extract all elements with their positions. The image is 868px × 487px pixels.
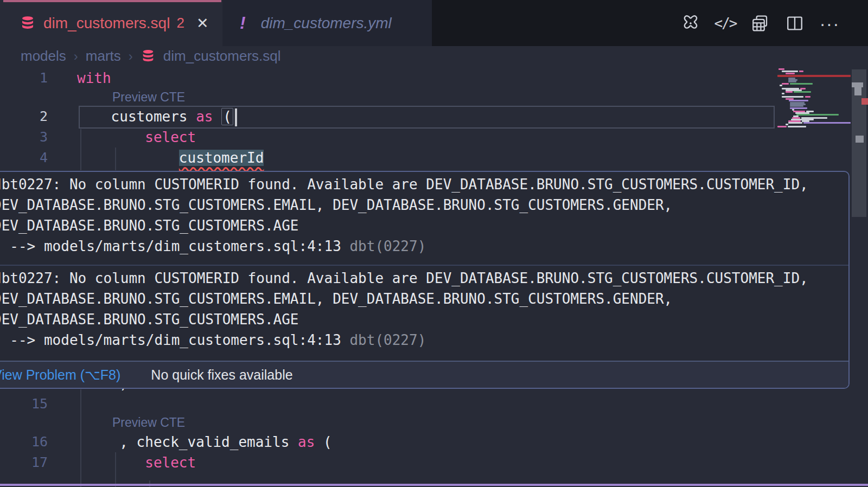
database-icon: [20, 15, 36, 31]
error-message-line: dbt0227: No column CUSTOMERID found. Ava…: [0, 174, 844, 195]
code-token: customerId: [179, 150, 264, 166]
diagnostic-code: dbt(0227): [349, 238, 426, 254]
minimap-error-line: [777, 75, 851, 77]
compile-code-icon[interactable]: </>: [715, 13, 736, 34]
overview-ruler-mark: [856, 136, 864, 143]
tab-dim-customers-sql[interactable]: dim_customers.sql 2 ✕: [0, 0, 222, 46]
minimap-code-bar: [788, 81, 796, 82]
code-token: [77, 454, 145, 471]
line-number[interactable]: 15: [0, 394, 48, 414]
error-messages: dbt0227: No column CUSTOMERID found. Ava…: [0, 172, 848, 358]
minimap-code-bar: [780, 85, 782, 86]
quick-fix-hint: No quick fixes available: [151, 367, 292, 383]
overview-ruler-mark: [852, 82, 863, 87]
close-icon[interactable]: ✕: [196, 15, 209, 32]
minimap-code-bar: [788, 122, 802, 124]
tab-problem-badge: 2: [176, 15, 184, 31]
more-actions-icon[interactable]: ···: [819, 13, 840, 34]
code-token: with: [77, 70, 111, 86]
minimap-code-bar: [790, 105, 803, 107]
code-line[interactable]: select: [77, 452, 196, 473]
text-cursor: [235, 108, 237, 126]
line-number[interactable]: 2: [0, 106, 48, 127]
error-marker-icon: !: [240, 13, 246, 33]
overview-ruler-error-mark: [861, 98, 868, 105]
error-hover-popup: dbt0227: No column CUSTOMERID found. Ava…: [0, 171, 850, 389]
tab-bar: dim_customers.sql 2 ✕ ! dim_customers.ym…: [0, 0, 868, 46]
popup-footer: View Problem (⌥F8) No quick fixes availa…: [0, 361, 848, 388]
editor-actions: </> ···: [680, 0, 840, 46]
line-number[interactable]: 16: [0, 432, 48, 452]
chevron-right-icon: ›: [129, 49, 133, 64]
error-message-line: dbt0227: No column CUSTOMERID found. Ava…: [0, 268, 844, 289]
tab-label: dim_customers.sql: [43, 15, 170, 32]
tab-label: dim_customers.yml: [261, 15, 392, 32]
line-number[interactable]: 3: [0, 127, 48, 148]
diagnostic-code: dbt(0227): [349, 332, 426, 348]
minimap-code-bar: [790, 83, 813, 85]
breadcrumb: models › marts › dim_customers.sql: [21, 46, 281, 66]
code-token: [77, 129, 145, 145]
code-token: as: [298, 434, 315, 450]
error-location-line: --> models/marts/dim_customers.sql:4:13 …: [0, 330, 844, 350]
minimap-code-bar: [778, 68, 784, 70]
error-message-line: DEV_DATABASE.BRUNO.STG_CUSTOMERS.AGE: [0, 309, 844, 330]
indent-guide: [80, 129, 81, 170]
minimap-code-bar: [786, 91, 793, 93]
line-number[interactable]: 1: [0, 68, 48, 88]
database-icon: [141, 49, 156, 64]
code-line[interactable]: customerId: [77, 148, 264, 168]
code-token: [77, 150, 179, 166]
codelens-preview-cte[interactable]: Preview CTE: [112, 88, 185, 106]
minimap-code-bar: [803, 122, 851, 124]
error-message-block: dbt0227: No column CUSTOMERID found. Ava…: [0, 172, 848, 265]
minimap-code-bar: [782, 93, 784, 94]
code-line[interactable]: , check_valid_emails as (: [77, 432, 332, 452]
error-message-block: dbt0227: No column CUSTOMERID found. Ava…: [0, 266, 848, 358]
minimap-code-bar: [788, 126, 806, 127]
minimap-code-bar: [805, 96, 810, 98]
minimap-code-bar: [789, 100, 808, 101]
code-line[interactable]: customers as (: [77, 106, 237, 127]
split-editor-icon[interactable]: [784, 13, 805, 34]
code-line[interactable]: select: [77, 127, 196, 148]
indent-guide: [115, 452, 116, 487]
minimap-code-bar: [777, 126, 787, 127]
minimap-code-bar: [786, 73, 795, 74]
minimap-code-bar: [782, 96, 803, 98]
code-line[interactable]: with: [77, 68, 111, 88]
indent-guide: [115, 148, 116, 170]
error-message-line: DEV_DATABASE.BRUNO.STG_CUSTOMERS.AGE: [0, 215, 844, 236]
code-token: as: [196, 108, 213, 125]
chevron-right-icon: ›: [74, 49, 78, 64]
view-problem-link[interactable]: View Problem (⌥F8): [0, 367, 120, 383]
error-message-line: DEV_DATABASE.BRUNO.STG_CUSTOMERS.EMAIL, …: [0, 195, 844, 215]
code-token: [213, 108, 221, 125]
breadcrumb-file[interactable]: dim_customers.sql: [163, 48, 281, 65]
code-token: customers: [77, 108, 196, 125]
panel-border: [0, 484, 868, 486]
tab-dim-customers-yml[interactable]: ! dim_customers.yml: [222, 0, 432, 46]
error-message-line: DEV_DATABASE.BRUNO.STG_CUSTOMERS.EMAIL, …: [0, 289, 844, 309]
minimap-code-bar: [786, 124, 788, 125]
code-token: select: [145, 454, 196, 471]
code-token: (: [315, 434, 331, 450]
code-token: select: [145, 129, 196, 145]
line-number[interactable]: 4: [0, 148, 48, 168]
minimap-code-bar: [799, 71, 803, 72]
minimap-code-bar: [796, 114, 839, 116]
overview-ruler-mark: [854, 87, 861, 95]
breadcrumb-models[interactable]: models: [21, 48, 66, 65]
indent-guide: [80, 389, 81, 487]
minimap-code-bar: [782, 71, 798, 72]
minimap-code-bar: [782, 83, 789, 85]
breadcrumb-marts[interactable]: marts: [86, 48, 121, 65]
error-location-line: --> models/marts/dim_customers.sql:4:13 …: [0, 236, 844, 257]
minimap-code-bar: [794, 91, 811, 93]
code-token: , check_valid_emails: [77, 434, 298, 450]
codelens-preview-cte[interactable]: Preview CTE: [112, 414, 185, 432]
line-number[interactable]: 17: [0, 452, 48, 473]
dbt-logo-icon[interactable]: [680, 13, 701, 34]
query-results-icon[interactable]: [750, 13, 770, 34]
code-token: (: [221, 108, 233, 125]
